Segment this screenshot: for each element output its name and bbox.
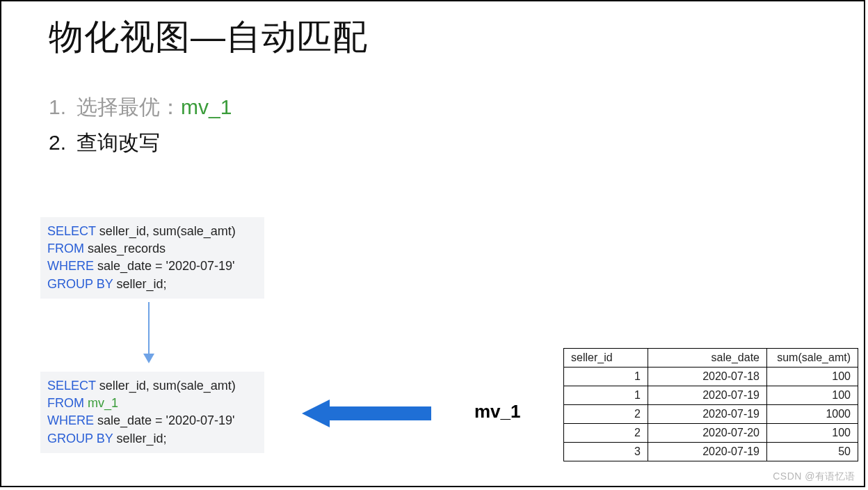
slide-frame: 物化视图—自动匹配 1. 选择最优： mv_1 2. 查询改写 SELECT s… [0, 0, 865, 487]
table-cell: 100 [767, 386, 858, 405]
sql-keyword-from: FROM [47, 242, 84, 255]
step-1-value: mv_1 [181, 89, 232, 125]
step-1-label: 选择最优： [77, 89, 181, 125]
step-1: 1. 选择最优： mv_1 [49, 89, 232, 125]
sql-keyword-select: SELECT [47, 379, 96, 393]
step-2-label: 查询改写 [77, 125, 160, 160]
table-cell: 100 [767, 424, 858, 443]
step-2: 2. 查询改写 [49, 125, 232, 160]
step-1-number: 1. [49, 89, 77, 125]
step-2-number: 2. [49, 125, 77, 160]
table-row: 3 2020-07-19 50 [564, 443, 858, 461]
sql-keyword-groupby: GROUP BY [47, 277, 113, 291]
steps-list: 1. 选择最优： mv_1 2. 查询改写 [49, 89, 232, 160]
page-title: 物化视图—自动匹配 [49, 14, 368, 61]
table-row: 1 2020-07-18 100 [564, 368, 858, 386]
table-row: 2 2020-07-20 100 [564, 424, 858, 443]
watermark-text: CSDN @有语忆语 [773, 471, 855, 483]
table-cell: 2 [564, 424, 648, 443]
table-cell: 1000 [767, 405, 858, 424]
sql-text: seller_id, sum(sale_amt) [96, 224, 236, 238]
sql-line: GROUP BY seller_id; [47, 430, 257, 448]
sql-line: GROUP BY seller_id; [47, 276, 257, 293]
table-row: 2 2020-07-19 1000 [564, 405, 858, 424]
arrow-left-icon [302, 400, 431, 427]
sql-text: seller_id; [113, 277, 166, 291]
mv-data-table: seller_id sale_date sum(sale_amt) 1 2020… [563, 348, 858, 461]
table-cell: 2020-07-18 [648, 368, 767, 386]
table-cell: 2020-07-19 [648, 443, 767, 461]
table-header-cell: sum(sale_amt) [767, 349, 858, 368]
table-cell: 3 [564, 443, 648, 461]
table-header-cell: seller_id [564, 349, 648, 368]
table-cell: 100 [767, 368, 858, 386]
svg-marker-1 [143, 354, 154, 363]
sql-line: FROM sales_records [47, 240, 257, 258]
table-cell: 50 [767, 443, 858, 461]
table-header-row: seller_id sale_date sum(sale_amt) [564, 349, 858, 368]
table-cell: 2020-07-19 [648, 405, 767, 424]
sql-line: WHERE sale_date = '2020-07-19' [47, 258, 257, 275]
table-cell: 2020-07-20 [648, 424, 767, 443]
arrow-down-icon [140, 301, 157, 363]
sql-text: seller_id; [113, 432, 166, 445]
mv-label: mv_1 [474, 401, 521, 422]
svg-marker-2 [302, 400, 431, 427]
sql-line: SELECT seller_id, sum(sale_amt) [47, 377, 257, 395]
sql-keyword-select: SELECT [47, 224, 96, 238]
sql-text: sale_date = '2020-07-19' [94, 413, 235, 427]
sql-keyword-where: WHERE [47, 413, 94, 427]
sql-text: sale_date = '2020-07-19' [94, 259, 235, 273]
sql-keyword-groupby: GROUP BY [47, 432, 113, 445]
table-cell: 1 [564, 386, 648, 405]
sql-text: sales_records [84, 242, 166, 255]
sql-line: FROM mv_1 [47, 395, 257, 412]
sql-rewritten-box: SELECT seller_id, sum(sale_amt) FROM mv_… [40, 372, 264, 453]
sql-keyword-where: WHERE [47, 259, 94, 273]
sql-original-box: SELECT seller_id, sum(sale_amt) FROM sal… [40, 217, 264, 299]
sql-table-green: mv_1 [84, 396, 118, 410]
sql-line: WHERE sale_date = '2020-07-19' [47, 412, 257, 429]
table-cell: 2020-07-19 [648, 386, 767, 405]
sql-line: SELECT seller_id, sum(sale_amt) [47, 223, 257, 240]
table-body: 1 2020-07-18 100 1 2020-07-19 100 2 2020… [564, 368, 858, 461]
sql-keyword-from: FROM [47, 396, 84, 410]
table-row: 1 2020-07-19 100 [564, 386, 858, 405]
table-cell: 2 [564, 405, 648, 424]
sql-text: seller_id, sum(sale_amt) [96, 379, 236, 393]
table-header-cell: sale_date [648, 349, 767, 368]
table-cell: 1 [564, 368, 648, 386]
